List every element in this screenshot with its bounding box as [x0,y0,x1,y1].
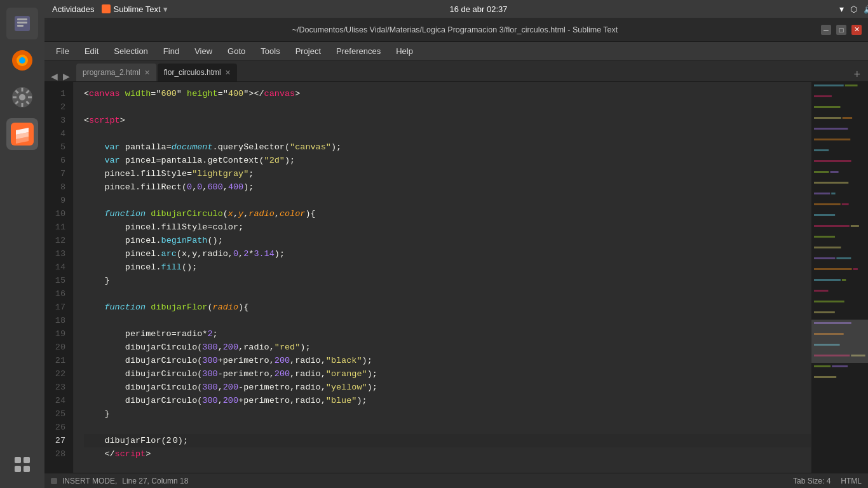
maximize-button[interactable]: □ [836,25,846,35]
code-line-2 [84,100,811,114]
dock-sublime-icon[interactable] [6,118,38,150]
menu-tools[interactable]: Tools [254,44,286,58]
svg-rect-3 [17,25,24,27]
close-button[interactable]: ✕ [851,25,862,35]
svg-point-6 [19,57,25,64]
status-right: Tab Size: 4 HTML [793,477,862,485]
status-syntax[interactable]: HTML [841,477,862,485]
code-line-11: pincel.fillStyle=color; [84,220,811,234]
menu-goto[interactable]: Goto [221,44,252,58]
menu-help[interactable]: Help [390,44,419,58]
menu-preferences[interactable]: Preferences [330,44,387,58]
status-bar: INSERT MODE, Line 27, Column 18 Tab Size… [44,473,868,488]
tab-add-button[interactable]: + [846,68,868,81]
code-line-5: var pantalla=document.querySelector("can… [84,140,811,154]
code-line-1: <canvas width="600" height="400"></canva… [84,87,811,100]
code-line-26 [84,421,811,434]
tab-label: programa_2.html [83,68,140,77]
status-mode: INSERT MODE, [62,477,117,485]
tab-programa2[interactable]: programa_2.html ✕ [76,64,156,81]
code-line-18 [84,314,811,327]
volume-icon[interactable]: 🔊 [864,4,868,14]
code-line-13: pincel.arc(x,y,radio,0,2*3.14); [84,247,811,261]
status-tab-size[interactable]: Tab Size: 4 [793,477,831,485]
svg-rect-1 [17,18,27,20]
dock-settings-icon[interactable] [6,81,38,113]
code-line-16 [84,287,811,301]
dock-apps-grid-icon[interactable] [6,449,38,480]
menu-bar: File Edit Selection Find View Goto Tools… [44,42,868,61]
status-indicator [51,478,57,484]
wifi-icon[interactable]: ▾ [839,4,844,14]
code-line-3: <script> [84,114,811,127]
code-line-6: var pincel=pantalla.getContext("2d"); [84,154,811,167]
tab-close-flor[interactable]: ✕ [225,69,231,77]
code-line-7: pincel.fillStyle="lightgray"; [84,167,811,180]
code-line-25: } [84,407,811,421]
menu-view[interactable]: View [188,44,219,58]
menu-file[interactable]: File [50,44,76,58]
menu-selection[interactable]: Selection [107,44,154,58]
system-bar: Actividades Sublime Text ▾ 16 de abr 02:… [44,0,868,18]
code-line-14: pincel.fill(); [84,261,811,274]
dock [0,0,44,488]
code-line-8: pincel.fillRect(0,0,600,400); [84,180,811,194]
code-line-21: dibujarCirculo(300+perimetro,200,radio,"… [84,354,811,367]
svg-rect-23 [15,466,21,472]
activities-label[interactable]: Actividades [52,4,94,14]
code-line-23: dibujarCirculo(300,200-perimetro,radio,"… [84,381,811,394]
svg-rect-2 [17,22,27,24]
menu-edit[interactable]: Edit [78,44,105,58]
code-line-9 [84,194,811,207]
code-line-22: dibujarCirculo(300-perimetro,200,radio,"… [84,367,811,381]
svg-point-8 [18,93,26,101]
code-line-20: dibujarCirculo(300,200,radio,"red"); [84,341,811,354]
title-bar: ~/Documentos/Ulises Vidal/Materias/Logic… [44,18,868,42]
dock-firefox-icon[interactable] [6,44,38,76]
menu-find[interactable]: Find [157,44,186,58]
system-tray: ▾ ⬡ 🔊 🔋 ⏻ [839,4,868,14]
code-line-12: pincel.beginPath(); [84,234,811,247]
minimize-button[interactable]: ─ [821,25,831,35]
code-line-4 [84,127,811,140]
window-title: ~/Documentos/Ulises Vidal/Materias/Logic… [89,25,821,34]
menu-project[interactable]: Project [289,44,327,58]
app-name[interactable]: Sublime Text ▾ [102,4,167,14]
sublime-taskbar-icon [102,4,111,13]
code-line-19: perimetro=radio*2; [84,327,811,341]
svg-rect-22 [24,457,30,463]
svg-rect-25 [102,4,111,13]
status-line-col: Line 27, Column 18 [122,477,188,485]
code-editor[interactable]: <canvas width="600" height="400"></canva… [74,82,811,473]
status-left: INSERT MODE, Line 27, Column 18 [51,477,188,485]
code-line-15: } [84,274,811,287]
code-line-27: dibujarFlor(20); [84,434,811,447]
code-line-10: function dibujarCirculo(x,y,radio,color)… [84,207,811,220]
svg-rect-24 [24,466,30,472]
tab-bar: ◀ ▶ programa_2.html ✕ flor_circulos.html… [44,61,868,82]
system-datetime: 16 de abr 02:37 [449,4,507,14]
line-numbers: 1 2 3 4 5 6 7 8 9 10 11 12 13 14 15 16 1… [44,82,74,473]
svg-rect-21 [15,457,21,463]
window-controls: ─ □ ✕ [821,25,862,35]
code-line-24: dibujarCirculo(300,200+perimetro,radio,"… [84,394,811,407]
code-line-28: </script> [84,447,811,461]
tab-label: flor_circulos.html [164,68,221,77]
bluetooth-icon[interactable]: ⬡ [850,4,857,14]
minimap[interactable] [811,82,868,473]
dock-files-icon[interactable] [6,8,38,39]
tab-flor-circulos[interactable]: flor_circulos.html ✕ [158,64,237,81]
tab-close-programa2[interactable]: ✕ [144,69,150,77]
tab-nav-next[interactable]: ▶ [60,71,72,81]
code-line-17: function dibujarFlor(radio){ [84,301,811,314]
tab-nav-prev[interactable]: ◀ [48,71,60,81]
